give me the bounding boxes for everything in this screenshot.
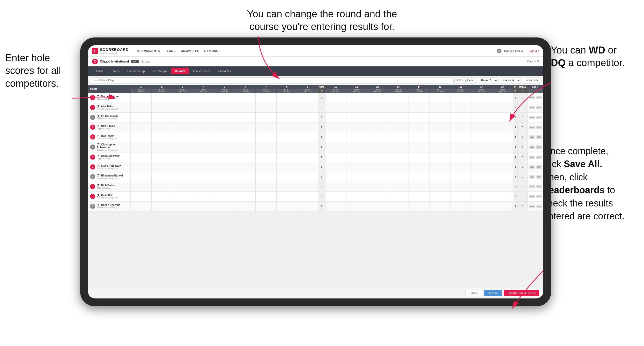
score-input-hole-18-player-5[interactable] [492, 142, 513, 152]
score-input-hole-7-player-5[interactable] [256, 142, 276, 152]
score-input-hole-5-player-4[interactable] [214, 132, 235, 142]
wd-button-row-5[interactable]: WD [529, 145, 535, 149]
score-input-hole-13-player-8[interactable] [388, 172, 409, 182]
score-input-hole-18-player-6[interactable] [492, 152, 513, 162]
score-input-hole-7-player-6[interactable] [256, 152, 276, 162]
score-input-hole-1-player-9[interactable] [131, 182, 151, 191]
score-input-hole-12-player-1[interactable] [367, 103, 388, 112]
score-input-hole-16-player-11[interactable] [450, 202, 471, 211]
hole-9-input-row-3[interactable] [297, 122, 318, 132]
hole-17-input-row-6[interactable] [471, 152, 492, 162]
score-input-hole-15-player-6[interactable] [430, 152, 450, 162]
score-input-hole-16-player-0[interactable] [450, 93, 471, 103]
hole-12-input-row-11[interactable] [367, 201, 388, 211]
score-input-hole-2-player-5[interactable] [152, 142, 172, 152]
score-input-hole-9-player-2[interactable] [297, 113, 318, 122]
hole-1-input-row-5[interactable] [131, 142, 152, 152]
score-input-hole-14-player-9[interactable] [409, 182, 430, 191]
hole-17-input-row-1[interactable] [471, 103, 492, 112]
score-input-hole-2-player-3[interactable] [152, 122, 172, 132]
hole-9-input-row-11[interactable] [297, 201, 318, 211]
hole-8-input-row-7[interactable] [276, 162, 297, 172]
hole-13-input-row-4[interactable] [388, 132, 409, 142]
score-input-hole-18-player-1[interactable] [492, 103, 513, 112]
hole-11-input-row-1[interactable] [346, 103, 367, 112]
hole-17-input-row-0[interactable] [471, 93, 492, 103]
hole-17-input-row-11[interactable] [471, 201, 492, 211]
hole-17-input-row-7[interactable] [471, 162, 492, 172]
publish-button[interactable]: Publish Round Scores [504, 290, 539, 296]
score-input-hole-2-player-11[interactable] [152, 202, 172, 211]
score-input-hole-7-player-4[interactable] [256, 132, 276, 142]
hole-11-input-row-2[interactable] [346, 112, 367, 122]
score-input-hole-10-player-0[interactable] [325, 93, 346, 103]
score-input-hole-8-player-11[interactable] [277, 202, 297, 211]
hole-15-input-row-10[interactable] [430, 191, 450, 201]
hole-8-input-row-1[interactable] [276, 103, 297, 112]
hole-1-input-row-11[interactable] [131, 201, 152, 211]
hole-18-input-row-3[interactable] [492, 122, 513, 132]
score-input-hole-5-player-8[interactable] [214, 172, 235, 182]
hole-10-input-row-10[interactable] [325, 191, 346, 201]
score-input-hole-3-player-1[interactable] [172, 103, 193, 112]
hole-2-input-row-3[interactable] [151, 122, 172, 132]
hole-15-input-row-3[interactable] [430, 122, 450, 132]
hole-9-input-row-8[interactable] [297, 172, 318, 182]
hole-11-input-row-0[interactable] [346, 93, 367, 103]
hole-3-input-row-9[interactable] [172, 182, 193, 191]
hole-18-input-row-4[interactable] [492, 132, 513, 142]
hole-9-input-row-5[interactable] [297, 142, 318, 152]
course-select[interactable]: Course A [500, 77, 521, 83]
score-input-hole-12-player-7[interactable] [367, 162, 388, 172]
score-input-hole-7-player-3[interactable] [256, 122, 276, 132]
hole-13-input-row-7[interactable] [388, 162, 409, 172]
score-input-hole-17-player-10[interactable] [471, 192, 492, 201]
score-input-hole-14-player-3[interactable] [409, 122, 430, 132]
score-input-hole-10-player-2[interactable] [325, 113, 346, 122]
hole-15-input-row-7[interactable] [430, 162, 450, 172]
hole-18-input-row-7[interactable] [492, 162, 513, 172]
score-input-hole-10-player-1[interactable] [325, 103, 346, 112]
hole-6-input-row-11[interactable] [235, 201, 256, 211]
dq-button-row-0[interactable]: DQ [536, 96, 542, 99]
score-input-hole-10-player-11[interactable] [325, 202, 346, 211]
score-input-hole-15-player-1[interactable] [430, 103, 450, 112]
hole-16-input-row-8[interactable] [450, 172, 471, 182]
hole-4-input-row-11[interactable] [193, 201, 214, 211]
hole-5-input-row-11[interactable] [214, 201, 235, 211]
score-input-hole-7-player-9[interactable] [256, 182, 276, 191]
hole-13-input-row-8[interactable] [388, 172, 409, 182]
hole-3-input-row-2[interactable] [172, 112, 193, 122]
hole-7-input-row-10[interactable] [256, 191, 277, 201]
score-input-hole-17-player-8[interactable] [471, 172, 492, 182]
score-input-hole-3-player-6[interactable] [172, 152, 193, 162]
score-input-hole-17-player-6[interactable] [471, 152, 492, 162]
hole-14-input-row-3[interactable] [409, 122, 430, 132]
hole-17-input-row-4[interactable] [471, 132, 492, 142]
filter-by-team-button[interactable]: Filter by team [454, 77, 476, 83]
hole-13-input-row-11[interactable] [388, 201, 409, 211]
hole-17-input-row-10[interactable] [471, 191, 492, 201]
hole-18-input-row-6[interactable] [492, 152, 513, 162]
hole-2-input-row-10[interactable] [151, 191, 172, 201]
score-input-hole-6-player-4[interactable] [235, 132, 256, 142]
hole-3-input-row-4[interactable] [172, 132, 193, 142]
score-input-hole-3-player-10[interactable] [172, 192, 193, 201]
score-input-hole-11-player-11[interactable] [346, 202, 367, 211]
score-input-hole-16-player-6[interactable] [450, 152, 471, 162]
score-input-hole-17-player-4[interactable] [471, 132, 492, 142]
hole-4-input-row-2[interactable] [193, 112, 214, 122]
score-input-hole-9-player-7[interactable] [297, 162, 318, 172]
round-select[interactable]: Round 1 [478, 77, 498, 83]
wd-button-row-1[interactable]: WD [529, 106, 535, 109]
score-input-hole-11-player-9[interactable] [346, 182, 367, 191]
score-input-hole-15-player-2[interactable] [430, 113, 450, 122]
score-input-hole-18-player-11[interactable] [492, 202, 513, 211]
hole-13-input-row-2[interactable] [388, 112, 409, 122]
score-input-hole-10-player-7[interactable] [325, 162, 346, 172]
score-input-hole-13-player-7[interactable] [388, 162, 409, 172]
dq-button-row-5[interactable]: DQ [536, 145, 542, 149]
hole-14-input-row-10[interactable] [409, 191, 430, 201]
dq-button-row-3[interactable]: DQ [536, 126, 542, 129]
score-input-hole-5-player-1[interactable] [214, 103, 235, 112]
